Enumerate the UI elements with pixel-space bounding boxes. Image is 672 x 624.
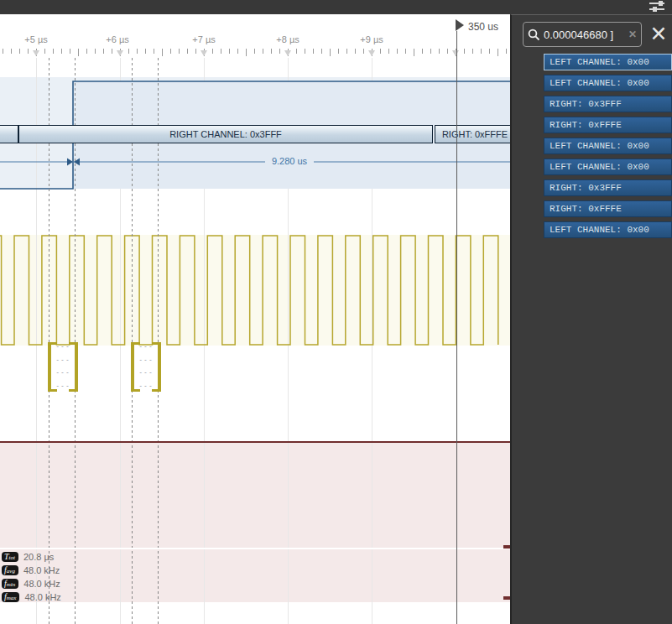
ruler-tick — [95, 49, 96, 54]
ruler-tick — [338, 49, 339, 54]
pink-lane-divider — [0, 548, 510, 549]
search-result[interactable]: RIGHT: 0xFFFE — [544, 200, 672, 217]
ruler-tick — [61, 49, 62, 54]
measurement-value: 9.280 us — [260, 156, 319, 166]
ruler-tick — [305, 49, 305, 54]
ruler-tick — [489, 49, 490, 54]
ruler-tick — [506, 49, 507, 54]
ruler-tick — [464, 49, 465, 54]
ruler-tick — [414, 49, 414, 56]
ruler-tick — [112, 49, 112, 54]
ruler-tick — [78, 49, 79, 56]
search-icon — [528, 29, 540, 41]
search-result[interactable]: RIGHT: 0x3FFF — [544, 179, 672, 196]
search-input[interactable]: 0.000046680 ] ✕ — [523, 22, 642, 47]
ruler-label: +6 µs — [92, 34, 143, 44]
ruler-label: +7 µs — [179, 34, 229, 44]
ruler-label: +5 µs — [11, 34, 61, 44]
ruler-major-marker — [33, 50, 39, 56]
stat-t-total: Ttot 20.8 µs — [2, 551, 54, 563]
decoder-annotation-prev — [0, 125, 18, 143]
hidden-annotation-box: ------ ------ — [48, 342, 78, 392]
ruler-tick — [11, 49, 12, 54]
ruler-tick — [237, 49, 238, 54]
ruler-tick — [19, 49, 20, 54]
ruler-major-marker — [368, 50, 375, 56]
ruler-tick — [321, 49, 322, 54]
search-query[interactable]: 0.000046680 ] — [544, 29, 625, 41]
ruler-tick — [388, 49, 389, 54]
ruler-tick — [137, 49, 138, 54]
ruler-tick — [128, 49, 129, 54]
ruler-tick — [254, 49, 255, 54]
ruler-major-marker — [452, 50, 459, 56]
ruler-tick — [103, 49, 104, 54]
ruler-tick — [221, 49, 221, 54]
ruler-tick — [472, 49, 473, 54]
ruler-tick — [397, 49, 398, 54]
search-result[interactable]: RIGHT: 0x3FFF — [544, 96, 672, 112]
search-result[interactable]: LEFT CHANNEL: 0x00 — [544, 75, 672, 91]
ruler-tick — [145, 49, 146, 54]
trace-edge-mark — [503, 596, 510, 600]
ruler-tick — [3, 49, 3, 54]
ruler-tick — [170, 49, 171, 54]
ruler-tick — [70, 49, 70, 54]
search-result[interactable]: LEFT CHANNEL: 0x00 — [544, 159, 672, 175]
search-result[interactable]: LEFT CHANNEL: 0x00 — [544, 54, 672, 70]
stat-badge: fmax — [2, 592, 19, 602]
ruler-tick — [380, 49, 381, 54]
ruler-major-marker — [201, 50, 207, 56]
stat-f-max: fmax 48.0 kHz — [2, 591, 61, 603]
ruler-label: +9 µs — [346, 34, 397, 44]
ruler-tick — [422, 49, 423, 54]
ruler-tick — [430, 49, 431, 54]
search-results-list: LEFT CHANNEL: 0x00 LEFT CHANNEL: 0x00 RI… — [544, 54, 672, 242]
trace-edge-mark — [503, 545, 510, 549]
stat-badge: favg — [2, 565, 18, 575]
top-toolbar — [0, 0, 672, 14]
stat-badge: fmin — [2, 579, 18, 589]
search-panel: 0.000046680 ] ✕ ✕ LEFT CHANNEL: 0x00 LEF… — [510, 14, 672, 624]
ruler-tick — [497, 49, 498, 56]
ruler-tick — [481, 49, 482, 54]
ruler-tick — [53, 49, 54, 54]
ruler-tick — [363, 49, 364, 54]
pink-lane-trace-high — [0, 441, 510, 443]
ruler-tick — [246, 49, 247, 56]
clock-lane-background — [0, 235, 510, 346]
hidden-annotation-box: ------ ------ — [131, 342, 161, 392]
close-panel-icon[interactable]: ✕ — [648, 21, 669, 46]
time-marker-line[interactable] — [456, 31, 457, 624]
search-result[interactable]: RIGHT: 0xFFFE — [544, 117, 672, 133]
ruler-tick — [313, 49, 314, 54]
ruler-tick — [162, 49, 163, 56]
ruler-tick — [330, 49, 331, 56]
ruler-tick — [405, 49, 406, 54]
search-result[interactable]: LEFT CHANNEL: 0x00 — [544, 138, 672, 154]
ruler-tick — [346, 49, 347, 54]
ruler-label: +8 µs — [263, 34, 313, 44]
search-result[interactable]: LEFT CHANNEL: 0x00 — [544, 221, 672, 238]
ruler-tick — [179, 49, 180, 54]
time-marker-flag[interactable] — [456, 19, 464, 31]
clear-search-icon[interactable]: ✕ — [628, 29, 637, 40]
ruler-tick — [229, 49, 230, 54]
ruler-tick — [271, 49, 272, 54]
ruler-major-marker — [284, 50, 291, 56]
decoder-annotation-right: RIGHT: 0xFFFE — [435, 125, 510, 143]
waveform-canvas[interactable]: RIGHT CHANNEL: 0x3FFF RIGHT: 0xFFFE 9.28… — [0, 14, 510, 624]
pink-lane-background — [0, 442, 510, 602]
decoder-annotation-right-channel: RIGHT CHANNEL: 0x3FFF — [18, 125, 433, 143]
ruler-tick — [212, 49, 213, 54]
ruler-tick — [44, 49, 45, 54]
ruler-tick — [195, 49, 196, 54]
time-marker-label: 350 us — [468, 21, 498, 33]
filter-settings-icon[interactable] — [648, 0, 666, 13]
ruler-major-marker — [117, 50, 123, 56]
ruler-tick — [263, 49, 263, 54]
ruler-tick — [187, 49, 188, 54]
ruler-tick — [447, 49, 448, 54]
ruler-tick — [279, 49, 280, 54]
stat-badge: Ttot — [2, 552, 18, 562]
